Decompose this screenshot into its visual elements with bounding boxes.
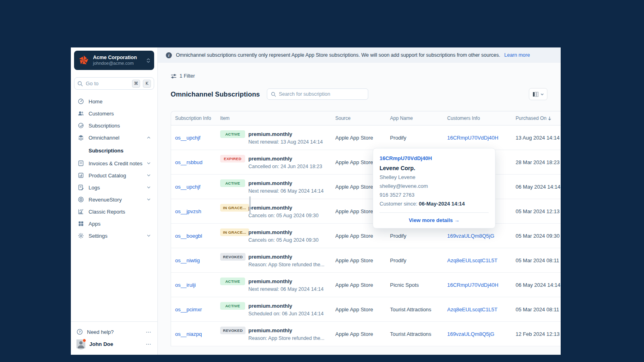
item-name: premium.monthly [248, 205, 335, 211]
view-more-details-link[interactable]: View more details → [380, 217, 489, 223]
sidebar-item-logs[interactable]: Logs [74, 181, 154, 193]
customer-id-link[interactable]: 169vzaULQm8Q5jG [447, 331, 494, 337]
filter-bar[interactable]: 1 Filter [171, 73, 561, 79]
item-cell: REVOKED premium.monthly Reason: App Stor… [220, 253, 335, 267]
status-badge: EXPIRED [220, 155, 245, 162]
purchased-on-cell: 05 Mar 2024 08:11 [516, 306, 561, 313]
customer-id-link[interactable]: Azq8eEULscqtC1L5T [447, 257, 497, 263]
subscription-search-input[interactable]: Search for subscription [267, 88, 368, 100]
sidebar-item-customers[interactable]: Customers [74, 107, 154, 119]
status-badge: ACTIVE [220, 278, 245, 285]
table-row[interactable]: os__pcimxr ACTIVE premium.monthly Schedu… [171, 297, 561, 322]
reports-icon [78, 208, 84, 215]
subscription-id-link[interactable]: os__boegbl [175, 233, 202, 239]
customer-id-link[interactable]: 16CRmpU70VdDj40H [447, 282, 498, 288]
subscriptions-icon [78, 122, 84, 129]
layers-icon [78, 134, 84, 141]
table-row[interactable]: os__rsbbud EXPIRED premium.monthly Cance… [171, 150, 561, 175]
item-cell: EXPIRED premium.monthly Cancelled on: 24… [220, 155, 335, 169]
customer-id-link[interactable]: Azq8eEULscqtC1L5T [447, 306, 497, 313]
columns-icon [533, 92, 539, 97]
subscription-id-link[interactable]: os__jpvzsh [175, 208, 201, 214]
invoice-icon [78, 160, 84, 167]
search-icon [271, 92, 276, 97]
customer-id-link[interactable]: 16CRmpU70VdDj40H [447, 135, 498, 141]
column-header-source: Source [335, 115, 390, 121]
filter-sliders-icon [171, 74, 177, 79]
svg-text:?: ? [78, 330, 80, 334]
table-row[interactable]: os__jpvzsh IN GRACE... premium.monthly C… [171, 199, 561, 224]
column-header-subscription-info: Subscription Info [171, 115, 220, 121]
need-help-item[interactable]: ? Need help? ⋯ [76, 326, 152, 338]
item-name: premium.monthly [248, 156, 335, 162]
item-cell: IN GRACE... premium.monthly Cancels on: … [220, 204, 335, 218]
user-item[interactable]: John Doe ⋯ [76, 338, 152, 350]
chevron-down-icon [541, 93, 544, 95]
app-name-cell: Tourist Attractions [390, 306, 447, 313]
subscription-id-link[interactable]: os__upchjf [175, 184, 200, 190]
sidebar-item-subscriptions[interactable]: Subscriptions [74, 119, 154, 132]
sidebar-subitem-subscriptions[interactable]: Subscriptions [74, 144, 154, 157]
item-subtext: Reason: App Store refunded the... [248, 335, 335, 341]
table-row[interactable]: os__upchjf ACTIVE premium.monthly Next r… [171, 175, 561, 199]
source-cell: Apple App Store [335, 257, 390, 263]
app-name-cell: Tourist Attractions [390, 331, 447, 337]
column-settings-button[interactable] [529, 88, 547, 100]
purchased-on-cell: 05 Mar 2024 12:13 [516, 208, 561, 214]
item-cell: REVOKED premium.monthly Reason: App Stor… [220, 327, 335, 341]
sidebar-item-revenuestory[interactable]: RevenueStory [74, 193, 154, 206]
scrollbar-thumb[interactable] [249, 196, 251, 214]
settings-icon [78, 232, 84, 239]
item-name: premium.monthly [248, 229, 335, 235]
customer-popover: 16CRmpU70VdDj40H Levene Corp. Shelley Le… [373, 148, 495, 228]
table-row[interactable]: os__irulji ACTIVE premium.monthly Next r… [171, 273, 561, 297]
revenuestory-icon [78, 196, 84, 203]
subscription-id-link[interactable]: os__niazpq [175, 331, 202, 337]
help-more-icon[interactable]: ⋯ [146, 329, 152, 335]
subscription-id-link[interactable]: os__pcimxr [175, 306, 202, 313]
search-icon [77, 81, 83, 86]
popover-customer-since: Customer since: 06-May-2024 14:14 [380, 201, 489, 207]
app-name-cell: Prodify [390, 233, 447, 239]
sidebar-item-settings[interactable]: Settings [74, 230, 154, 242]
item-subtext: Cancels on: 05 Aug 2024 09:30 [248, 213, 335, 218]
purchased-on-cell: 05 Mar 2024 08:11 [516, 257, 561, 263]
table-row[interactable]: os__niwtig REVOKED premium.monthly Reaso… [171, 248, 561, 273]
sidebar-item-invoices-credit-notes[interactable]: Invoices & Credit notes [74, 157, 154, 169]
sidebar-item-omnichannel[interactable]: Omnichannel [74, 132, 154, 144]
subscription-id-link[interactable]: os__irulji [175, 282, 196, 288]
popover-contact-name: Shelley Levene [380, 174, 489, 180]
item-subtext: Next renewal: 06 May 2024 14:14 [248, 286, 335, 292]
learn-more-link[interactable]: Learn more [504, 52, 530, 58]
sidebar-item-apps[interactable]: Apps [74, 218, 154, 230]
item-name: premium.monthly [248, 131, 335, 137]
subscription-id-link[interactable]: os__rsbbud [175, 159, 202, 165]
customer-id-link[interactable]: 169vzaULQm8Q5jG [447, 233, 494, 239]
column-header-purchased-on[interactable]: Purchased On [516, 115, 561, 121]
purchased-on-cell: 13 Aug 2024 14:14 [516, 135, 561, 141]
table-row[interactable]: os__boegbl IN GRACE... premium.monthly C… [171, 224, 561, 248]
sidebar-footer: ? Need help? ⋯ John Doe [71, 321, 157, 355]
table-row[interactable]: os__upchjf ACTIVE premium.monthly Next r… [171, 125, 561, 150]
app-name-cell: Prodify [390, 135, 447, 141]
source-cell: Apple App Store [335, 135, 390, 141]
sidebar: Acme Corporation johndoe@acme.com Go to … [71, 47, 158, 355]
sidebar-item-home[interactable]: Home [74, 95, 154, 107]
table-body: os__upchjf ACTIVE premium.monthly Next r… [171, 125, 561, 346]
source-cell: Apple App Store [335, 331, 390, 337]
org-switcher[interactable]: Acme Corporation johndoe@acme.com [74, 51, 154, 70]
user-more-icon[interactable]: ⋯ [146, 341, 152, 347]
sidebar-item-classic-reports[interactable]: Classic Reports [74, 206, 154, 218]
table-row[interactable]: os__niazpq REVOKED premium.monthly Reaso… [171, 322, 561, 346]
goto-search-input[interactable]: Go to ⌘ K [74, 77, 154, 90]
subscription-id-link[interactable]: os__upchjf [175, 135, 200, 141]
sidebar-item-product-catalog[interactable]: Product Catalog [74, 169, 154, 181]
chevron-down-icon [147, 198, 151, 201]
filter-count-label: 1 Filter [180, 73, 195, 79]
popover-customer-id-link[interactable]: 16CRmpU70VdDj40H [380, 155, 432, 161]
banner-text: Omnichannel subscriptions currently only… [176, 52, 500, 58]
source-cell: Apple App Store [335, 306, 390, 313]
subscription-id-link[interactable]: os__niwtig [175, 257, 200, 263]
status-badge: ACTIVE [220, 179, 245, 187]
apps-icon [78, 220, 84, 227]
